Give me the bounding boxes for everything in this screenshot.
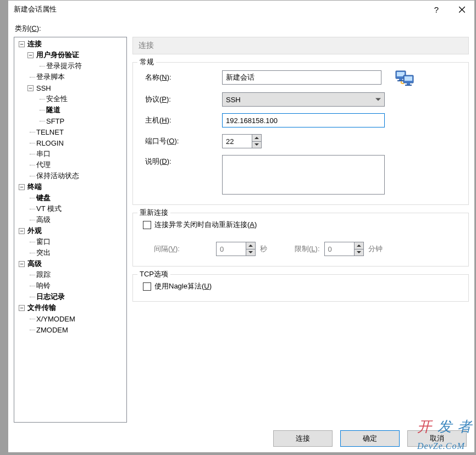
tree-item-appearance[interactable]: − 外观 (15, 225, 126, 236)
tree-line-icon (35, 60, 45, 71)
interval-unit: 秒 (260, 244, 267, 254)
tcp-legend: TCP选项 (137, 269, 170, 279)
protocol-value: SSH (226, 96, 241, 104)
nagle-label: 使用Nagle算法(U) (154, 281, 212, 291)
port-label: 端口号(O): (141, 136, 222, 146)
tree-item-telnet[interactable]: TELNET (15, 126, 126, 137)
auto-reconnect-checkbox[interactable] (143, 221, 151, 229)
help-button[interactable]: ? (424, 1, 449, 18)
tree-item-security[interactable]: 安全性 (15, 93, 126, 104)
reconnect-group: 重新连接 连接异常关闭时自动重新连接(A) 间隔(V): (132, 213, 469, 267)
tree-item-proxy[interactable]: 代理 (15, 159, 126, 170)
tree-item-serial[interactable]: 串口 (15, 148, 126, 159)
tree-line-icon (25, 236, 35, 247)
name-input[interactable] (222, 70, 381, 85)
tree-item-trace[interactable]: 跟踪 (15, 269, 126, 280)
tree-line-icon (25, 324, 35, 335)
interval-spin-buttons[interactable] (246, 242, 256, 256)
spin-up-icon[interactable] (246, 242, 255, 249)
collapse-icon[interactable]: − (19, 228, 25, 234)
tree-line-icon (25, 170, 35, 181)
name-label: 名称(N): (141, 73, 222, 82)
collapse-icon[interactable]: − (19, 41, 25, 47)
svg-rect-5 (405, 76, 412, 81)
tree-item-vt-mode[interactable]: VT 模式 (15, 203, 126, 214)
tree-item-rlogin[interactable]: RLOGIN (15, 137, 126, 148)
protocol-label: 协议(P): (141, 95, 222, 104)
port-input[interactable] (222, 134, 252, 148)
tree-item-login-prompt[interactable]: 登录提示符 (15, 60, 126, 71)
tree-item-terminal[interactable]: − 终端 (15, 181, 126, 192)
tree-line-icon (25, 214, 35, 225)
tree-item-connection[interactable]: − 连接 (15, 38, 126, 49)
dialog-window: 新建会话属性 ? 类别(C): − 连接 (8, 0, 475, 453)
collapse-icon[interactable]: − (19, 305, 25, 311)
spin-down-icon[interactable] (252, 142, 261, 148)
connect-button[interactable]: 连接 (273, 430, 333, 447)
cancel-button[interactable]: 取消 (407, 430, 467, 447)
button-bar: 连接 确定 取消 (14, 423, 469, 447)
collapse-icon[interactable]: − (19, 184, 25, 190)
tree-item-logging[interactable]: 日志记录 (15, 291, 126, 302)
limit-label: 限制(L): (295, 244, 320, 254)
session-icon (394, 69, 416, 86)
collapse-icon[interactable]: − (27, 85, 34, 91)
tree-item-terminal-advanced[interactable]: 高级 (15, 214, 126, 225)
tree-line-icon (25, 291, 35, 302)
tree-line-icon (35, 93, 45, 104)
svg-rect-6 (407, 83, 410, 85)
port-spin-buttons[interactable] (252, 134, 262, 148)
tree-item-advanced[interactable]: − 高级 (15, 258, 126, 269)
protocol-select[interactable]: SSH (222, 92, 385, 107)
collapse-icon[interactable]: − (27, 52, 34, 58)
interval-spinner[interactable] (216, 242, 256, 256)
spin-down-icon[interactable] (246, 249, 255, 256)
ok-button[interactable]: 确定 (340, 430, 400, 447)
window-title: 新建会话属性 (14, 4, 424, 14)
tree-item-sftp[interactable]: SFTP (15, 115, 126, 126)
general-legend: 常规 (137, 57, 156, 67)
tree-item-login-script[interactable]: 登录脚本 (15, 71, 126, 82)
port-spinner[interactable] (222, 134, 262, 148)
content-area: − 连接 − 用户身份验证 登录提示符 (14, 37, 469, 423)
host-label: 主机(H): (141, 115, 222, 125)
description-textarea[interactable] (222, 155, 385, 195)
tree-item-window[interactable]: 窗口 (15, 236, 126, 247)
general-group: 常规 名称(N): (132, 62, 469, 205)
tree-item-ssh[interactable]: − SSH (15, 82, 126, 93)
limit-spinner[interactable] (324, 242, 364, 256)
panel-title: 连接 (132, 37, 469, 54)
tree-line-icon (25, 137, 35, 148)
spin-up-icon[interactable] (252, 135, 261, 142)
host-input[interactable] (222, 113, 385, 127)
close-icon (459, 7, 465, 13)
tree-line-icon (35, 104, 45, 115)
tree-item-xymodem[interactable]: X/YMODEM (15, 313, 126, 324)
tree-item-keyboard[interactable]: 键盘 (15, 192, 126, 203)
tree-item-highlight[interactable]: 突出 (15, 247, 126, 258)
tree-line-icon (25, 280, 35, 291)
collapse-icon[interactable]: − (19, 261, 25, 267)
spin-up-icon[interactable] (355, 242, 363, 249)
close-button[interactable] (449, 1, 474, 18)
category-tree[interactable]: − 连接 − 用户身份验证 登录提示符 (14, 37, 127, 423)
limit-spin-buttons[interactable] (354, 242, 364, 256)
tree-item-file-transfer[interactable]: − 文件传输 (15, 302, 126, 313)
tree-item-zmodem[interactable]: ZMODEM (15, 324, 126, 335)
svg-rect-7 (405, 85, 412, 86)
tree-item-user-auth[interactable]: − 用户身份验证 (15, 49, 126, 60)
svg-rect-3 (397, 80, 404, 81)
nagle-checkbox[interactable] (143, 282, 151, 291)
interval-input[interactable] (216, 242, 246, 256)
dialog-body: 类别(C): − 连接 − 用户身份验证 (8, 18, 474, 452)
tree-item-tunnel[interactable]: 隧道 (15, 104, 126, 115)
tree-line-icon (25, 192, 35, 203)
spin-down-icon[interactable] (355, 249, 363, 256)
tree-line-icon (25, 159, 35, 170)
tree-line-icon (25, 313, 35, 324)
category-label: 类别(C): (15, 24, 469, 34)
title-bar: 新建会话属性 ? (8, 1, 474, 18)
limit-input[interactable] (324, 242, 354, 256)
tree-item-keepalive[interactable]: 保持活动状态 (15, 170, 126, 181)
tree-item-bell[interactable]: 响铃 (15, 280, 126, 291)
